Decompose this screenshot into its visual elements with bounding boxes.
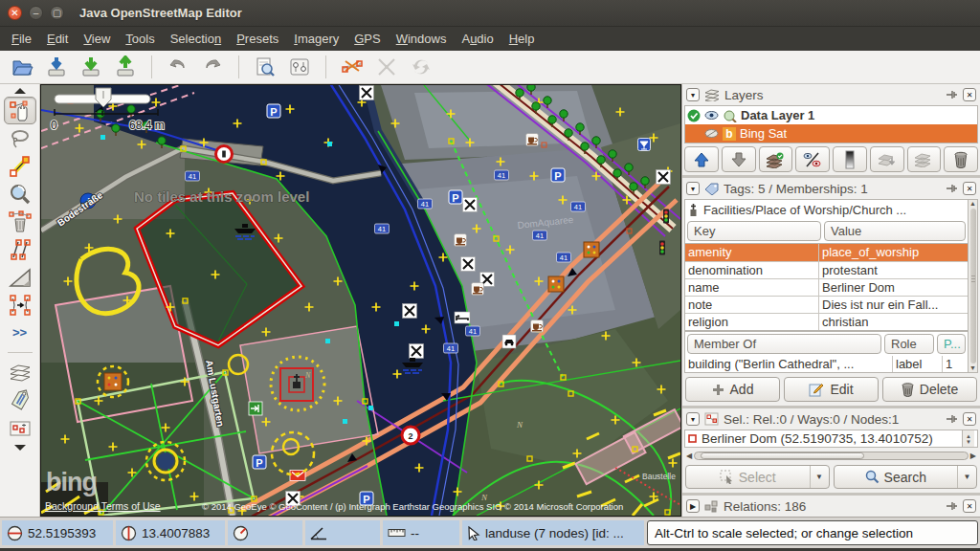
value-column-header[interactable]: Value [824,221,966,241]
layer-opacity-button[interactable] [833,146,867,172]
extrude-tool-button[interactable] [4,263,36,291]
pin-icon[interactable] [945,88,958,101]
preferences-button[interactable] [285,54,314,80]
menu-file[interactable]: File [4,29,39,49]
layer-duplicate-button[interactable] [907,146,942,172]
key-column-header[interactable]: Key [687,221,821,241]
layers-panel-icon [704,88,720,101]
toolbar-separator [325,55,326,78]
close-panel-icon[interactable]: ✕ [963,182,976,195]
delete-tag-button[interactable]: Delete [882,377,977,402]
pin-icon[interactable] [945,412,958,426]
lasso-tool-button[interactable] [4,124,36,152]
menu-windows[interactable]: Windows [389,29,455,49]
selection-hscrollbar[interactable]: ◀ ▶ [686,450,976,462]
menu-imagery[interactable]: Imagery [286,29,346,49]
menu-audio[interactable]: Audio [454,29,501,49]
close-window-icon[interactable]: ✕ [8,6,22,20]
selection-list-item[interactable]: Berliner Dom (52.5190735, 13.4010752) ▲▼ [684,430,978,448]
maximize-window-icon[interactable]: ▢ [50,6,64,20]
select-dropdown-icon[interactable]: ▼ [810,466,829,488]
tag-row[interactable]: noteDies ist nur ein Fall... [685,296,968,313]
layer-visibility-button[interactable] [795,146,830,172]
main-content: >> [0,84,980,517]
close-panel-icon[interactable]: ✕ [963,499,976,513]
list-spinner[interactable]: ▲▼ [962,430,974,447]
visibility-eye-icon[interactable] [704,110,719,121]
search-button-panel[interactable]: Search ▼ [834,465,978,489]
menu-help[interactable]: Help [501,29,543,49]
redo-button[interactable] [198,54,227,80]
tag-row[interactable]: denominationprotestant [685,261,968,278]
combine-way-button[interactable] [372,54,401,80]
active-preset[interactable]: Facilities/Place of Worship/Church ... [684,199,969,219]
save-button[interactable] [42,54,71,80]
status-bar: 52.5195393 13.4007883 -- landuse (7 node… [0,517,980,548]
menu-gps[interactable]: GPS [346,29,388,49]
close-panel-icon[interactable]: ✕ [963,88,976,101]
undo-button[interactable] [164,54,192,80]
open-file-button[interactable] [8,54,36,80]
delete-tool-button[interactable] [4,208,36,235]
expand-relations-icon[interactable]: ▶ [686,499,700,513]
minimize-window-icon[interactable]: – [29,6,43,20]
pencil-icon [809,383,824,397]
scroll-right-icon[interactable]: ▶ [970,452,976,460]
layer-row-bing[interactable]: b Bing Sat [685,124,977,143]
layer-delete-button[interactable] [944,146,978,172]
tag-row[interactable]: religionchristian [685,313,968,330]
edit-tag-button[interactable]: Edit [784,377,879,402]
menu-presets[interactable]: Presets [229,29,286,49]
close-panel-icon[interactable]: ✕ [963,412,976,426]
tags-toggle-button[interactable] [4,386,36,414]
parallel-tool-button[interactable] [4,235,36,263]
zoom-tool-button[interactable] [4,180,36,208]
scroll-down-button[interactable] [4,442,36,453]
refresh-button[interactable] [407,54,435,80]
terms-of-use-link[interactable]: Background Terms of Use [45,500,161,512]
layer-move-down-button[interactable] [722,146,756,172]
search-dropdown-icon[interactable]: ▼ [957,466,976,488]
select-button[interactable]: Select ▼ [685,465,830,489]
tags-scrollbar[interactable]: ▲ ▼ [969,199,978,373]
layer-merge-button[interactable] [870,146,904,172]
heading-field [228,520,302,545]
menu-selection[interactable]: Selection [163,29,229,49]
collapse-selection-icon[interactable]: ▾ [686,412,700,426]
menu-view[interactable]: View [76,29,118,49]
membership-row[interactable]: building ("Berlin Cathedral", ... label … [684,356,969,373]
tag-row[interactable]: amenityplace_of_worship [685,244,968,261]
select-tool-button[interactable] [4,97,36,124]
more-tools-button[interactable]: >> [4,319,36,346]
role-column-header[interactable]: Role [884,334,934,354]
download-button[interactable] [77,54,105,80]
search-button[interactable] [251,54,279,80]
show-hide-icon [803,151,822,168]
collapse-layers-icon[interactable]: ▾ [686,88,700,101]
upload-button[interactable] [111,54,140,80]
scroll-up-button[interactable] [4,85,36,97]
scroll-left-icon[interactable]: ◀ [686,452,692,460]
visibility-eye-icon[interactable] [704,128,719,139]
main-toolbar [0,51,980,84]
map-canvas[interactable]: P 41 [40,84,681,517]
pin-icon[interactable] [945,499,958,513]
member-of-column-header[interactable]: Member Of [687,334,881,354]
hscroll-thumb[interactable] [701,452,864,459]
tag-row[interactable]: nameBerliner Dom [685,278,968,296]
merge-nodes-tool-button[interactable] [4,291,36,319]
add-tag-button[interactable]: Add [685,377,780,402]
menu-tools[interactable]: Tools [118,29,162,49]
layer-row-data[interactable]: Data Layer 1 [685,106,977,124]
menu-edit[interactable]: Edit [39,29,76,49]
layer-activate-button[interactable] [759,146,793,172]
layer-move-up-button[interactable] [684,146,719,172]
position-column-header[interactable]: P... [937,334,966,354]
collapse-tags-icon[interactable]: ▾ [686,182,700,195]
layers-toggle-button[interactable] [4,359,36,386]
relations-toggle-button[interactable] [4,414,36,442]
draw-tool-button[interactable] [4,152,36,180]
tags-scrollbar-thumb[interactable] [970,209,976,364]
split-way-button[interactable] [338,54,367,80]
pin-icon[interactable] [945,182,958,195]
